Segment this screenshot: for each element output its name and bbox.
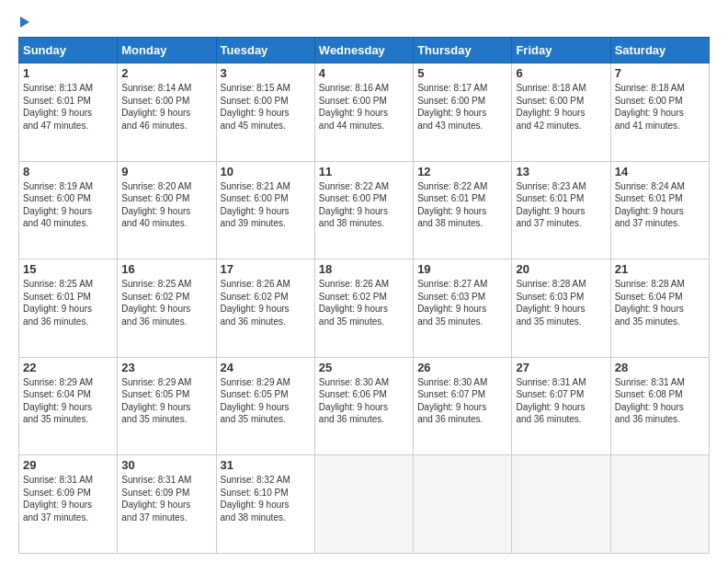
col-header-wednesday: Wednesday (314, 38, 413, 63)
day-number: 3 (221, 66, 311, 80)
day-number: 17 (221, 262, 311, 276)
cell-sun-info: Sunrise: 8:29 AMSunset: 6:05 PMDaylight:… (121, 376, 211, 426)
logo-arrow-icon (20, 17, 29, 28)
day-number: 4 (319, 66, 409, 80)
cell-sun-info: Sunrise: 8:18 AMSunset: 6:00 PMDaylight:… (615, 82, 705, 132)
day-cell: 11Sunrise: 8:22 AMSunset: 6:00 PMDayligh… (314, 161, 413, 259)
col-header-tuesday: Tuesday (216, 38, 314, 63)
day-cell: 4Sunrise: 8:16 AMSunset: 6:00 PMDaylight… (314, 63, 413, 162)
cell-sun-info: Sunrise: 8:30 AMSunset: 6:07 PMDaylight:… (417, 376, 507, 426)
day-number: 7 (615, 66, 705, 80)
day-cell: 22Sunrise: 8:29 AMSunset: 6:04 PMDayligh… (19, 357, 118, 455)
day-cell: 13Sunrise: 8:23 AMSunset: 6:01 PMDayligh… (512, 161, 610, 259)
day-number: 23 (121, 361, 211, 374)
day-number: 27 (516, 361, 606, 374)
day-number: 26 (417, 361, 507, 374)
day-number: 28 (615, 361, 705, 374)
day-cell: 20Sunrise: 8:28 AMSunset: 6:03 PMDayligh… (512, 259, 610, 358)
day-number: 24 (221, 361, 311, 374)
day-number: 5 (417, 66, 507, 80)
day-cell: 3Sunrise: 8:15 AMSunset: 6:00 PMDaylight… (216, 63, 314, 162)
day-number: 22 (23, 361, 113, 374)
day-cell: 18Sunrise: 8:26 AMSunset: 6:02 PMDayligh… (314, 259, 413, 358)
day-cell: 5Sunrise: 8:17 AMSunset: 6:00 PMDaylight… (414, 63, 512, 162)
day-number: 11 (319, 165, 409, 178)
cell-sun-info: Sunrise: 8:16 AMSunset: 6:00 PMDaylight:… (319, 82, 409, 132)
cell-sun-info: Sunrise: 8:31 AMSunset: 6:09 PMDaylight:… (23, 474, 113, 523)
day-cell: 30Sunrise: 8:31 AMSunset: 6:09 PMDayligh… (118, 455, 216, 554)
cell-sun-info: Sunrise: 8:29 AMSunset: 6:05 PMDaylight:… (221, 376, 311, 426)
day-number: 21 (615, 262, 705, 276)
col-header-thursday: Thursday (414, 38, 512, 63)
calendar-page: SundayMondayTuesdayWednesdayThursdayFrid… (0, 0, 728, 563)
cell-sun-info: Sunrise: 8:22 AMSunset: 6:01 PMDaylight:… (417, 180, 507, 230)
cell-sun-info: Sunrise: 8:18 AMSunset: 6:00 PMDaylight:… (516, 82, 606, 132)
day-cell: 26Sunrise: 8:30 AMSunset: 6:07 PMDayligh… (414, 357, 512, 455)
day-cell (314, 455, 413, 554)
day-number: 30 (121, 458, 211, 472)
cell-sun-info: Sunrise: 8:20 AMSunset: 6:00 PMDaylight:… (121, 180, 211, 230)
col-header-monday: Monday (118, 38, 216, 63)
day-number: 6 (516, 66, 606, 80)
day-number: 13 (516, 165, 606, 178)
calendar-table: SundayMondayTuesdayWednesdayThursdayFrid… (18, 37, 710, 554)
day-number: 1 (23, 66, 113, 80)
week-row-1: 8Sunrise: 8:19 AMSunset: 6:00 PMDaylight… (19, 161, 710, 259)
cell-sun-info: Sunrise: 8:26 AMSunset: 6:02 PMDaylight:… (221, 278, 311, 327)
day-cell: 31Sunrise: 8:32 AMSunset: 6:10 PMDayligh… (216, 455, 314, 554)
cell-sun-info: Sunrise: 8:13 AMSunset: 6:01 PMDaylight:… (23, 82, 113, 132)
week-row-0: 1Sunrise: 8:13 AMSunset: 6:01 PMDaylight… (19, 63, 710, 162)
day-cell: 12Sunrise: 8:22 AMSunset: 6:01 PMDayligh… (414, 161, 512, 259)
logo (18, 15, 29, 28)
cell-sun-info: Sunrise: 8:25 AMSunset: 6:02 PMDaylight:… (121, 278, 211, 327)
cell-sun-info: Sunrise: 8:14 AMSunset: 6:00 PMDaylight:… (121, 82, 211, 132)
day-cell: 6Sunrise: 8:18 AMSunset: 6:00 PMDaylight… (512, 63, 610, 162)
day-number: 9 (121, 165, 211, 178)
day-cell: 28Sunrise: 8:31 AMSunset: 6:08 PMDayligh… (610, 357, 709, 455)
day-cell (610, 455, 709, 554)
day-number: 29 (23, 458, 113, 472)
day-cell: 21Sunrise: 8:28 AMSunset: 6:04 PMDayligh… (610, 259, 709, 358)
day-number: 14 (615, 165, 705, 178)
col-header-sunday: Sunday (19, 38, 118, 63)
cell-sun-info: Sunrise: 8:27 AMSunset: 6:03 PMDaylight:… (417, 278, 507, 327)
day-number: 19 (417, 262, 507, 276)
cell-sun-info: Sunrise: 8:22 AMSunset: 6:00 PMDaylight:… (319, 180, 409, 230)
day-cell: 1Sunrise: 8:13 AMSunset: 6:01 PMDaylight… (19, 63, 118, 162)
day-cell: 14Sunrise: 8:24 AMSunset: 6:01 PMDayligh… (610, 161, 709, 259)
header (18, 15, 710, 28)
cell-sun-info: Sunrise: 8:17 AMSunset: 6:00 PMDaylight:… (417, 82, 507, 132)
day-cell: 16Sunrise: 8:25 AMSunset: 6:02 PMDayligh… (118, 259, 216, 358)
day-cell: 17Sunrise: 8:26 AMSunset: 6:02 PMDayligh… (216, 259, 314, 358)
day-cell: 27Sunrise: 8:31 AMSunset: 6:07 PMDayligh… (512, 357, 610, 455)
day-number: 15 (23, 262, 113, 276)
cell-sun-info: Sunrise: 8:31 AMSunset: 6:07 PMDaylight:… (516, 376, 606, 426)
day-cell: 25Sunrise: 8:30 AMSunset: 6:06 PMDayligh… (314, 357, 413, 455)
cell-sun-info: Sunrise: 8:24 AMSunset: 6:01 PMDaylight:… (615, 180, 705, 230)
day-cell: 10Sunrise: 8:21 AMSunset: 6:00 PMDayligh… (216, 161, 314, 259)
day-cell: 2Sunrise: 8:14 AMSunset: 6:00 PMDaylight… (118, 63, 216, 162)
cell-sun-info: Sunrise: 8:26 AMSunset: 6:02 PMDaylight:… (319, 278, 409, 327)
day-number: 10 (221, 165, 311, 178)
day-number: 2 (121, 66, 211, 80)
week-row-3: 22Sunrise: 8:29 AMSunset: 6:04 PMDayligh… (19, 357, 710, 455)
day-cell (512, 455, 610, 554)
cell-sun-info: Sunrise: 8:31 AMSunset: 6:09 PMDaylight:… (121, 474, 211, 523)
day-cell: 9Sunrise: 8:20 AMSunset: 6:00 PMDaylight… (118, 161, 216, 259)
cell-sun-info: Sunrise: 8:15 AMSunset: 6:00 PMDaylight:… (221, 82, 311, 132)
day-cell: 29Sunrise: 8:31 AMSunset: 6:09 PMDayligh… (19, 455, 118, 554)
cell-sun-info: Sunrise: 8:23 AMSunset: 6:01 PMDaylight:… (516, 180, 606, 230)
cell-sun-info: Sunrise: 8:25 AMSunset: 6:01 PMDaylight:… (23, 278, 113, 327)
cell-sun-info: Sunrise: 8:21 AMSunset: 6:00 PMDaylight:… (221, 180, 311, 230)
cell-sun-info: Sunrise: 8:28 AMSunset: 6:04 PMDaylight:… (615, 278, 705, 327)
day-number: 12 (417, 165, 507, 178)
day-cell: 19Sunrise: 8:27 AMSunset: 6:03 PMDayligh… (414, 259, 512, 358)
day-cell: 23Sunrise: 8:29 AMSunset: 6:05 PMDayligh… (118, 357, 216, 455)
day-number: 8 (23, 165, 113, 178)
day-cell: 24Sunrise: 8:29 AMSunset: 6:05 PMDayligh… (216, 357, 314, 455)
cell-sun-info: Sunrise: 8:19 AMSunset: 6:00 PMDaylight:… (23, 180, 113, 230)
cell-sun-info: Sunrise: 8:32 AMSunset: 6:10 PMDaylight:… (221, 474, 311, 523)
week-row-4: 29Sunrise: 8:31 AMSunset: 6:09 PMDayligh… (19, 455, 710, 554)
cell-sun-info: Sunrise: 8:29 AMSunset: 6:04 PMDaylight:… (23, 376, 113, 426)
cell-sun-info: Sunrise: 8:28 AMSunset: 6:03 PMDaylight:… (516, 278, 606, 327)
